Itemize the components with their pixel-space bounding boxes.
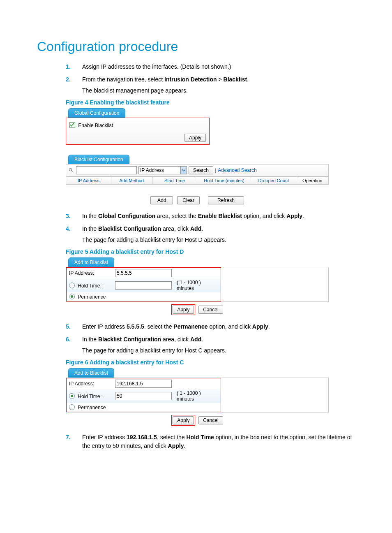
blacklist-table: IP Address Add Method Start Time Hold Ti… xyxy=(66,176,329,185)
step-num: 5. xyxy=(66,322,71,331)
search-field-select[interactable] xyxy=(138,166,187,174)
step-5: 5. Enter IP address 5.5.5.5. select the … xyxy=(66,322,355,331)
svg-line-1 xyxy=(71,171,73,172)
col-hold[interactable]: Hold Time (minutes) xyxy=(197,177,251,185)
ip-input[interactable] xyxy=(115,269,172,277)
advanced-search-link[interactable]: Advanced Search xyxy=(218,167,257,173)
permanence-radio[interactable] xyxy=(69,404,75,410)
col-start[interactable]: Start Time xyxy=(152,177,197,185)
step-text: Assign IP addresses to the interfaces. (… xyxy=(82,63,231,70)
cancel-button[interactable]: Cancel xyxy=(198,306,223,314)
ip-input[interactable] xyxy=(115,380,172,388)
ip-label: IP Address: xyxy=(67,268,113,278)
figure-caption: Figure 4 Enabling the blacklist feature xyxy=(66,99,355,106)
step-num: 2. xyxy=(66,75,71,84)
search-icon xyxy=(69,168,74,173)
hold-time-label: Hold Time : xyxy=(78,283,103,289)
add-button[interactable]: Add xyxy=(150,196,173,204)
step-text: From the navigation tree, select Intrusi… xyxy=(82,76,249,83)
step-subtext: The page for adding a blacklist entry fo… xyxy=(82,346,355,355)
apply-button[interactable]: Apply xyxy=(173,306,194,314)
enable-blacklist-checkbox[interactable] xyxy=(69,122,75,128)
col-dropped[interactable]: Dropped Count xyxy=(251,177,296,185)
step-6: 6. In the Blacklist Configuration area, … xyxy=(66,335,355,355)
hold-time-label: Hold Time : xyxy=(78,394,103,399)
step-3: 3. In the Global Configuration area, sel… xyxy=(66,212,355,220)
figure-5: Add to Blacklist IP Address: Hold Time : xyxy=(66,257,329,315)
ip-label: IP Address: xyxy=(67,378,113,389)
apply-button[interactable]: Apply xyxy=(173,416,194,424)
figure-4: Global Configuration Enable Blacklist Ap… xyxy=(66,108,329,204)
page-title: Configuration procedure xyxy=(37,39,355,54)
step-num: 3. xyxy=(66,212,71,220)
permanence-label: Permanence xyxy=(78,294,106,300)
hold-time-input[interactable] xyxy=(115,281,172,290)
clear-button[interactable]: Clear xyxy=(177,196,200,204)
permanence-label: Permanence xyxy=(78,405,106,410)
step-text: In the Blacklist Configuration area, cli… xyxy=(82,225,203,232)
step-num: 4. xyxy=(66,225,71,233)
step-7: 7. Enter IP address 192.168.1.5, select … xyxy=(66,433,355,450)
step-2: 2. From the navigation tree, select Intr… xyxy=(66,75,355,95)
figure-caption: Figure 5 Adding a blacklist entry for Ho… xyxy=(66,248,355,255)
chevron-down-icon[interactable] xyxy=(180,166,187,174)
step-text: In the Global Configuration area, select… xyxy=(82,213,304,219)
tab-blacklist-config[interactable]: Blacklist Configuration xyxy=(68,155,129,164)
tab-global-config[interactable]: Global Configuration xyxy=(68,108,125,118)
step-1: 1. Assign IP addresses to the interfaces… xyxy=(66,63,355,71)
figure-6: Add to Blacklist IP Address: Hold Time : xyxy=(66,368,329,426)
search-input[interactable] xyxy=(76,166,137,174)
apply-button[interactable]: Apply xyxy=(184,134,206,142)
hold-time-radio[interactable] xyxy=(69,283,75,288)
refresh-button[interactable]: Refresh xyxy=(208,196,244,204)
col-operation: Operation xyxy=(296,177,329,185)
svg-point-0 xyxy=(69,169,72,171)
step-subtext: The page for adding a blacklist entry fo… xyxy=(82,236,355,244)
cancel-button[interactable]: Cancel xyxy=(198,416,223,424)
col-method[interactable]: Add Method xyxy=(111,177,152,185)
step-text: In the Blacklist Configuration area, cli… xyxy=(82,336,203,343)
hold-time-radio[interactable] xyxy=(69,393,75,399)
hold-hint: ( 1 - 1000 ) minutes xyxy=(174,278,221,292)
search-button[interactable]: Search xyxy=(189,166,213,174)
hold-time-input[interactable] xyxy=(115,392,172,400)
step-num: 6. xyxy=(66,335,71,344)
step-4: 4. In the Blacklist Configuration area, … xyxy=(66,225,355,244)
step-subtext: The blacklist management page appears. xyxy=(82,86,355,95)
step-text: Enter IP address 192.168.1.5, select the… xyxy=(82,434,352,449)
tab-add-to-blacklist[interactable]: Add to Blacklist xyxy=(68,368,114,378)
step-num: 7. xyxy=(66,433,71,442)
step-num: 1. xyxy=(66,63,71,71)
hold-hint: ( 1 - 1000 ) minutes xyxy=(174,389,221,403)
enable-blacklist-label: Enable Blacklist xyxy=(78,123,113,128)
permanence-radio[interactable] xyxy=(69,294,75,299)
col-ip[interactable]: IP Address xyxy=(66,177,111,185)
tab-add-to-blacklist[interactable]: Add to Blacklist xyxy=(68,257,114,267)
figure-caption: Figure 6 Adding a blacklist entry for Ho… xyxy=(66,359,355,366)
step-text: Enter IP address 5.5.5.5. select the Per… xyxy=(82,323,270,330)
